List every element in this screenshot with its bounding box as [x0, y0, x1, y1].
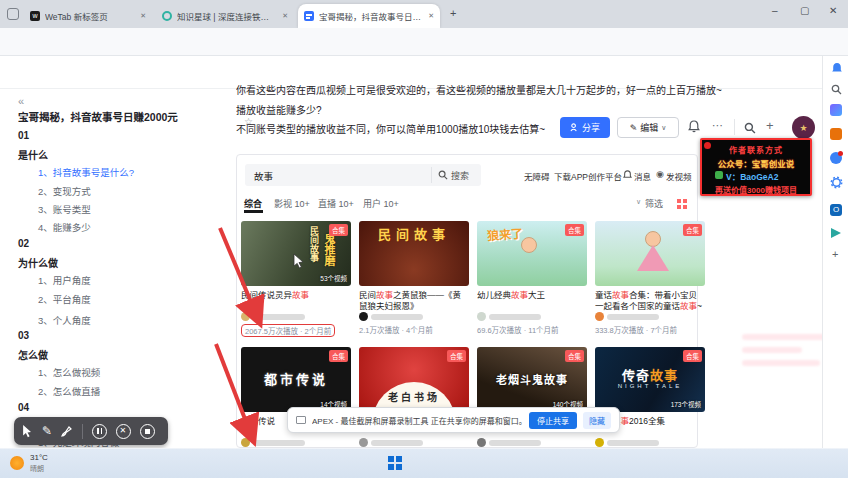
sidebar-outlook-icon[interactable]: O — [830, 204, 842, 216]
video-card[interactable]: 老白书场 合集 1233.9万次播放 · 6个月前 — [359, 347, 469, 461]
outline-item[interactable]: 1、怎么做视频 — [38, 365, 100, 379]
outline-item[interactable]: 4、能赚多少 — [38, 220, 91, 234]
layout-grid-icon[interactable] — [677, 199, 687, 209]
tab-workspaces-icon[interactable] — [7, 8, 19, 20]
sidebar-send-icon[interactable] — [831, 228, 841, 238]
pencil-tool-icon[interactable]: ✎ — [42, 424, 52, 438]
tab-zsxq[interactable]: 知识星球 | 深度连接铁杆粉丝... ✕ — [156, 4, 294, 28]
weather-desc[interactable]: 晴朗 — [30, 463, 44, 473]
collection-badge: 合集 — [447, 350, 466, 362]
channel-row[interactable] — [477, 438, 587, 447]
outline-item[interactable]: 1、用户角度 — [38, 273, 91, 287]
brush-tool-icon[interactable] — [61, 425, 73, 437]
xigua-nav-item[interactable]: 创作平台 — [588, 170, 622, 182]
cancel-recording-button[interactable]: ✕ — [116, 424, 131, 439]
outline-section-num: 04 — [18, 402, 29, 413]
video-card[interactable]: 老烟斗鬼故事 合集 140个视频 1678.15万次播放 · 2个月前 — [477, 347, 587, 461]
channel-row[interactable] — [359, 312, 469, 321]
video-card[interactable]: 传奇故事 NIGHT TALE 合集 173个视频 传奇故事2016全集 113… — [595, 347, 705, 461]
stop-sharing-button[interactable]: 停止共享 — [529, 412, 577, 429]
channel-row[interactable] — [477, 312, 587, 321]
video-thumbnail[interactable]: 狼来了 合集 — [477, 221, 587, 286]
zsxq-icon — [162, 11, 172, 21]
share-bar-text: APEX - 最佳截屏和屏幕录制工具 正在共享你的屏幕和窗口。 — [312, 415, 523, 426]
pause-recording-button[interactable] — [92, 424, 107, 439]
sidebar-bell-icon[interactable] — [831, 62, 843, 75]
video-title[interactable]: 幼儿经典故事大王 — [477, 290, 587, 311]
outline-item[interactable]: 3、账号类型 — [38, 202, 91, 216]
window-maximize-button[interactable]: ▢ — [800, 5, 809, 16]
xigua-nav-item[interactable]: 发视频 — [666, 170, 692, 182]
sidebar-add-icon[interactable]: + — [832, 248, 838, 260]
video-thumbnail[interactable]: 传奇故事 NIGHT TALE 合集 173个视频 — [595, 347, 705, 412]
sidebar-search-icon[interactable] — [831, 84, 842, 95]
video-thumbnail[interactable]: 老烟斗鬼故事 合集 140个视频 — [477, 347, 587, 412]
xigua-tab-movies[interactable]: 影视 10+ — [274, 197, 310, 210]
tab-wetab[interactable]: w WeTab 新标签页 ✕ — [24, 4, 152, 28]
video-card[interactable]: 合集 童话故事合集：带着小宝贝一起看各个国家的童话故事~ 333.8万次播放 ·… — [595, 221, 705, 335]
collection-badge: 合集 — [565, 224, 584, 236]
outline-item[interactable]: 1、抖音故事号是什么? — [38, 165, 134, 179]
collapse-outline-icon[interactable]: « — [18, 95, 24, 107]
contact-wechat-id: V：BaoGeA2 — [726, 170, 778, 182]
weather-temp[interactable]: 31°C — [30, 453, 48, 462]
video-title[interactable]: 童话故事合集：带着小宝贝一起看各个国家的童话故事~ — [595, 290, 705, 311]
view-count: 69.6万次播放 · 11个月前 — [477, 324, 587, 335]
red-arrow-annotation — [210, 222, 272, 332]
outline-item[interactable]: 2、变现方式 — [38, 184, 91, 198]
outline-section-head[interactable]: 是什么 — [18, 147, 48, 162]
outline-item[interactable]: 3、个人角度 — [38, 313, 91, 327]
video-card[interactable]: 民间故事 民间故事之黄鼠狼——《黄鼠狼夫妇报恩》 2.1万次播放 · 4个月前 — [359, 221, 469, 335]
new-tab-button[interactable]: + — [450, 7, 456, 19]
video-thumbnail[interactable]: 老白书场 合集 — [359, 347, 469, 412]
outline-section-num: 03 — [18, 330, 29, 341]
channel-row[interactable] — [595, 438, 705, 447]
tab-close-icon[interactable]: ✕ — [282, 12, 288, 20]
video-thumbnail[interactable]: 民间故事 — [359, 221, 469, 286]
sidebar-people-icon[interactable] — [830, 152, 842, 164]
video-title[interactable]: 民间故事之黄鼠狼——《黄鼠狼夫妇报恩》 — [359, 290, 469, 311]
window-minimize-button[interactable]: – — [772, 5, 778, 16]
xigua-tab-users[interactable]: 用户 10+ — [363, 197, 399, 210]
tab-feishu-doc[interactable]: 宝哥揭秘，抖音故事号日赚2000... ✕ — [298, 4, 440, 28]
edge-sidebar: O + — [822, 56, 848, 448]
xigua-nav-item[interactable]: 下载APP — [554, 170, 588, 182]
start-button[interactable] — [388, 456, 402, 470]
wechat-icon — [715, 171, 723, 179]
sidebar-copilot-icon[interactable] — [830, 104, 842, 116]
video-thumbnail[interactable]: 合集 — [595, 221, 705, 286]
hide-button[interactable]: 隐藏 — [583, 412, 611, 429]
filter-button[interactable]: 筛选 — [645, 197, 663, 210]
weather-sun-icon[interactable] — [10, 456, 24, 470]
stop-recording-button[interactable] — [140, 424, 155, 439]
xigua-nav-item[interactable]: 消息 — [634, 170, 651, 182]
window-close-button[interactable]: ✕ — [829, 5, 837, 16]
outline-section-head[interactable]: 怎么做 — [18, 347, 48, 362]
xigua-search-icon[interactable] — [438, 170, 448, 180]
red-arrow-annotation — [206, 338, 268, 450]
xigua-tab-live[interactable]: 直播 10+ — [318, 197, 354, 210]
outline-item[interactable]: 2、怎么做直播 — [38, 384, 100, 398]
channel-name-blurred — [489, 440, 541, 446]
channel-avatar — [595, 312, 604, 321]
outline-panel: « 宝哥揭秘，抖音故事号日赚2000元 01 是什么 1、抖音故事号是什么? 2… — [0, 89, 218, 448]
xigua-search-box[interactable]: 故事 搜索 — [245, 164, 481, 186]
cursor-tool-icon[interactable] — [22, 424, 33, 438]
outline-item[interactable]: 2、平台角度 — [38, 292, 91, 306]
sidebar-settings-gear-icon[interactable] — [830, 176, 843, 189]
outline-title[interactable]: 宝哥揭秘，抖音故事号日赚2000元 — [18, 109, 214, 124]
outline-section-head[interactable]: 为什么做 — [18, 255, 58, 270]
collection-badge: 合集 — [683, 224, 702, 236]
xigua-search-button[interactable]: 搜索 — [451, 169, 469, 182]
tab-close-icon[interactable]: ✕ — [428, 12, 434, 20]
collection-badge: 合集 — [683, 350, 702, 362]
tab-close-icon[interactable]: ✕ — [140, 12, 146, 20]
xigua-nav-item[interactable]: 无障碍 — [524, 170, 550, 182]
xigua-tab-all[interactable]: 综合 — [244, 197, 262, 210]
video-card[interactable]: 狼来了 合集 幼儿经典故事大王 69.6万次播放 · 11个月前 — [477, 221, 587, 335]
channel-row[interactable] — [595, 312, 705, 321]
sidebar-shopping-icon[interactable] — [830, 128, 842, 140]
mouse-cursor-icon — [293, 253, 305, 269]
channel-row[interactable] — [359, 438, 469, 447]
wetab-icon: w — [30, 11, 40, 21]
